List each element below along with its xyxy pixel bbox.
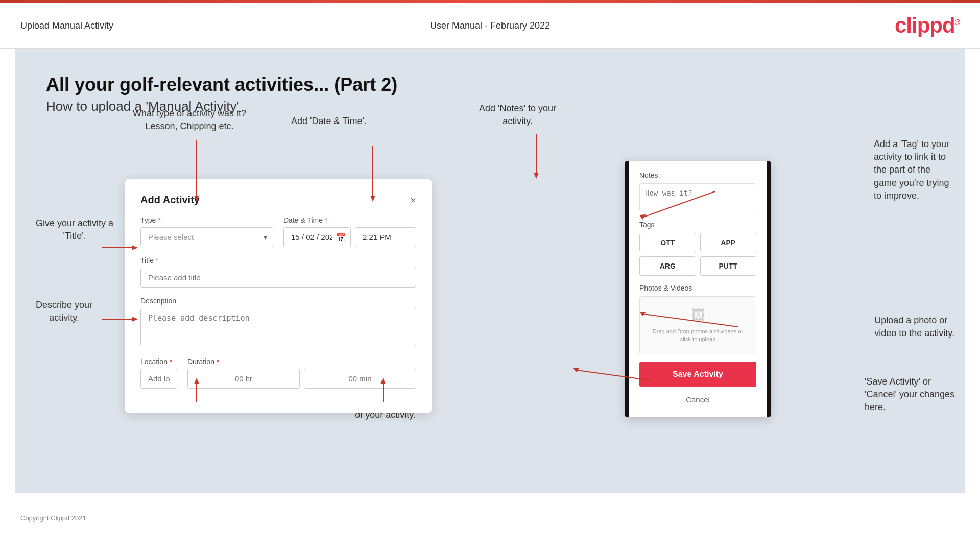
type-select-wrapper: Please select ▾ xyxy=(140,227,273,247)
tag-app[interactable]: APP xyxy=(700,233,757,252)
tags-grid: OTTAPPARGPUTT xyxy=(639,233,756,276)
type-select[interactable]: Please select xyxy=(140,227,273,247)
modal-title: Add Activity xyxy=(140,194,200,206)
document-title: User Manual - February 2022 xyxy=(430,20,550,31)
description-field-group: Description xyxy=(140,297,416,348)
photos-section-label: Photos & Videos xyxy=(639,284,756,292)
main-content-area: All your golf-relevant activities... (Pa… xyxy=(15,49,965,493)
calendar-icon: 📅 xyxy=(336,232,346,242)
date-input-wrapper: 📅 xyxy=(283,227,351,247)
title-input[interactable] xyxy=(140,268,416,288)
header: Upload Manual Activity User Manual - Feb… xyxy=(0,3,980,49)
upload-icon: 🖼 xyxy=(650,307,746,324)
duration-minutes-input[interactable] xyxy=(304,369,416,389)
photos-upload-text: Drag and Drop photos and videos or click… xyxy=(650,328,746,344)
svg-marker-13 xyxy=(534,173,539,179)
description-label: Description xyxy=(140,297,416,305)
annotation-describe: Describe your activity. xyxy=(36,299,92,324)
annotation-give-title: Give your activity a 'Title'. xyxy=(36,217,113,243)
add-activity-modal: Add Activity × Type * Please select ▾ xyxy=(125,179,432,413)
description-textarea[interactable] xyxy=(140,308,416,346)
copyright-text: Copyright Clippd 2021 xyxy=(20,514,86,522)
type-field-group: Type * Please select ▾ xyxy=(140,216,273,247)
title-row: Title * xyxy=(140,256,416,288)
annotation-notes: Add 'Notes' to your activity. xyxy=(479,102,556,128)
location-duration-row: Location * Duration * xyxy=(140,357,416,389)
clippd-logo: clippd® xyxy=(895,13,960,38)
annotation-save: 'Save Activity' or 'Cancel' your changes… xyxy=(865,375,954,414)
title-field-group: Title * xyxy=(140,256,416,288)
photos-upload-area[interactable]: 🖼 Drag and Drop photos and videos or cli… xyxy=(639,296,756,354)
tags-section-label: Tags xyxy=(639,221,756,229)
main-title: All your golf-relevant activities... (Pa… xyxy=(46,74,934,95)
duration-label: Duration * xyxy=(187,357,416,366)
datetime-label: Date & Time * xyxy=(283,216,416,224)
duration-group xyxy=(187,369,416,389)
modal-close-button[interactable]: × xyxy=(410,195,416,205)
tag-arg[interactable]: ARG xyxy=(639,256,696,276)
cancel-link[interactable]: Cancel xyxy=(639,392,756,407)
description-row: Description xyxy=(140,297,416,348)
annotation-date-time: Add 'Date & Time'. xyxy=(291,115,367,128)
modal-header: Add Activity × xyxy=(140,194,416,206)
duration-hours-input[interactable] xyxy=(187,369,300,389)
svg-marker-20 xyxy=(573,368,580,372)
phone-mockup-panel: Notes Tags OTTAPPARGPUTT Photos & Videos… xyxy=(625,161,771,417)
page-nav-title: Upload Manual Activity xyxy=(20,20,113,31)
location-field-group: Location * xyxy=(140,357,177,389)
footer: Copyright Clippd 2021 xyxy=(0,508,980,528)
location-input[interactable] xyxy=(140,369,177,389)
notes-textarea[interactable] xyxy=(639,183,756,211)
duration-field-group: Duration * xyxy=(187,357,416,389)
type-label: Type * xyxy=(140,216,273,224)
save-activity-button[interactable]: Save Activity xyxy=(639,362,756,387)
notes-section-label: Notes xyxy=(639,171,756,179)
title-label: Title * xyxy=(140,256,416,265)
annotation-tag: Add a 'Tag' to your activity to link it … xyxy=(874,138,949,202)
tag-putt[interactable]: PUTT xyxy=(700,256,757,276)
date-time-group: 📅 xyxy=(283,227,416,247)
type-datetime-row: Type * Please select ▾ Date & Time * xyxy=(140,216,416,247)
annotation-upload: Upload a photo or video to the activity. xyxy=(874,314,954,340)
tag-ott[interactable]: OTT xyxy=(639,233,696,252)
time-input[interactable] xyxy=(355,227,416,247)
location-label: Location * xyxy=(140,357,177,366)
datetime-field-group: Date & Time * 📅 xyxy=(283,216,416,247)
annotation-what-type: What type of activity was it? Lesson, Ch… xyxy=(133,107,246,133)
